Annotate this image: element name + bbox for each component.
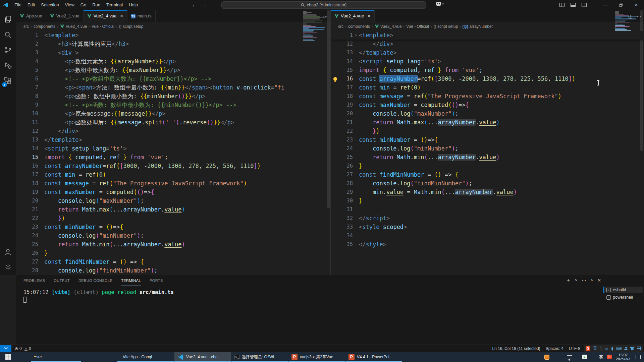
forward-icon[interactable]: → (202, 2, 207, 8)
code-line-18[interactable]: 18const message = ref("The Progressive J… (331, 92, 644, 101)
panel-tab-ports[interactable]: PORTS (150, 275, 163, 286)
tab-vue2_4.vue[interactable]: Vue2_4.vue✕ (84, 10, 127, 22)
code-line-1[interactable]: 1›<template> (331, 31, 644, 40)
code-line-28[interactable]: 28 console.log("findMinNumber"); (16, 266, 330, 275)
sogou-icon[interactable]: S (586, 346, 590, 351)
code-line-26[interactable]: 26} (16, 249, 330, 257)
crumb-vue2_4.vue[interactable]: Vue2_4.vue (60, 24, 87, 29)
crumb-script-setup[interactable]: {}script setup (434, 24, 458, 29)
driver-icon[interactable] (582, 355, 587, 359)
code-line-15[interactable]: 15import { computed, ref } from 'vue'; (331, 66, 644, 74)
code-line-19[interactable]: 19const maxNumber = computed(()=>{ (16, 188, 330, 196)
layout-sidebar-left-icon[interactable] (559, 2, 565, 8)
crumb-arraynumber[interactable]: [@]arrayNumber (463, 24, 493, 29)
code-line-14[interactable]: 14<script setup lang='ts'> (331, 57, 644, 66)
crumb-src[interactable]: src (338, 24, 343, 29)
code-line-22[interactable]: 22 }) (331, 127, 644, 135)
code-line-33[interactable]: 33<style scoped> (331, 223, 644, 231)
tray-sogou-icon[interactable]: S (607, 355, 612, 359)
code-line-23[interactable]: 23const minNumber = ()=>{ (16, 223, 330, 231)
code-line-16[interactable]: 16const arrayNumber=ref([3000, -2000, 13… (331, 74, 644, 83)
taskbar-button-ppt-5[interactable]: PV4.4.1 - PowerPoi... (345, 352, 402, 362)
code-line-16[interactable]: 16const arrayNumber=ref([3000, -2000, 13… (16, 162, 330, 170)
code-line-20[interactable]: 20 console.log("maxNumber"); (16, 196, 330, 205)
tab-vue2_1.vue[interactable]: Vue2_1.vue (46, 10, 84, 22)
crumb-components[interactable]: components (348, 24, 370, 29)
panel-chevron-up-icon[interactable]: ˄ (591, 278, 593, 283)
code-line-13[interactable]: 13</template> (331, 48, 644, 57)
code-line-11[interactable]: 11 <p>函数处理后: {{message.split(' ').revers… (16, 118, 330, 127)
code-editor-right[interactable]: 1›<template>12 </div>13</template>14<scr… (331, 31, 644, 275)
status-ln[interactable]: Ln 16, Col 18 (11 selected) (492, 346, 540, 351)
code-line-19[interactable]: 19const maxNumber = computed(()=>{ (331, 101, 644, 109)
run-debug-icon[interactable] (0, 58, 16, 73)
menu-run[interactable]: Run (90, 1, 103, 8)
code-line-23[interactable]: 23const minNumber = ()=>{ (331, 135, 644, 144)
minimize-button[interactable]: — (598, 0, 613, 10)
menu-go[interactable]: Go (78, 1, 89, 8)
code-line-28[interactable]: 28 console.log("findMinNumber"); (331, 179, 644, 188)
panel-chevron-down-icon[interactable]: ˅ (575, 278, 578, 283)
code-line-17[interactable]: 17const min = ref(0) (331, 83, 644, 92)
ime-account-icon[interactable] (624, 347, 628, 350)
panel-tab-output[interactable]: OUTPUT (54, 275, 70, 286)
terminal-output[interactable]: 15:07:12 [vite] (client) page reload src… (16, 286, 644, 296)
tab-main.ts[interactable]: TSmain.ts (127, 10, 156, 22)
status-spaces[interactable]: Spaces: 4 (546, 346, 564, 351)
crumb-vue2_4.vue[interactable]: Vue2_4.vue (375, 24, 402, 29)
clock[interactable]: 15:07 2025/3/3 (616, 353, 630, 361)
menu-selection[interactable]: Selection (38, 1, 61, 8)
close-tab-icon[interactable]: ✕ (367, 14, 371, 18)
crumb-vue---official[interactable]: Vue - Official (406, 24, 429, 29)
restore-button[interactable] (613, 0, 629, 10)
notification-center-icon[interactable] (636, 355, 641, 359)
tray-lang-indicator[interactable]: 英 (599, 354, 603, 360)
search-icon[interactable] (0, 27, 16, 42)
taskbar-button-ppt-4[interactable]: Pvuejs3.x-第2章Vue... (288, 352, 345, 362)
code-line-9[interactable]: 9 <!-- <p>函数: 数组中最小数为: {{minNumber()}}</… (16, 101, 330, 109)
taskbar-button-vscode-2[interactable]: Vue2_4.vue - cha... (174, 352, 231, 362)
code-line-27[interactable]: 27const findMinNumber = () => { (16, 257, 330, 266)
code-line-30[interactable]: 30} (331, 196, 644, 205)
mic-icon[interactable] (611, 347, 613, 350)
settings-icon[interactable] (0, 259, 16, 275)
code-line-5[interactable]: 5 <p>数组中最大数为: {{maxNumber}}</p> (16, 66, 330, 74)
extensions-icon[interactable]: 3 (0, 73, 16, 88)
panel-tab-terminal[interactable]: TERMINAL (121, 275, 141, 286)
account-icon[interactable] (0, 244, 16, 259)
minimap-left[interactable] (303, 10, 326, 41)
code-line-13[interactable]: 13</template> (16, 135, 330, 144)
menu-help[interactable]: Help (126, 1, 141, 8)
taskbar-button-cmd-3[interactable]: >_选择管理员: C:\Wi... (231, 352, 288, 362)
breadcrumb-right[interactable]: src›components›Vue2_4.vue›Vue - Official… (331, 22, 644, 31)
copilot-icon[interactable]: ˅ (436, 2, 444, 6)
command-center-search[interactable]: chap2 [Administrator] (221, 1, 426, 9)
terminal-item-powershell[interactable]: ›powershell (603, 294, 643, 301)
tab-app.vue[interactable]: App.vue (16, 10, 46, 22)
crumb-script-setup[interactable]: {}script setup (119, 24, 144, 29)
panel-tab-problems[interactable]: PROBLEMS (23, 275, 45, 286)
ime-skin-icon[interactable] (630, 347, 634, 350)
status-utf-8[interactable]: UTF-8 (569, 346, 580, 351)
code-line-6[interactable]: 6 <!-- <p>数组中最大数为: {{maxNumber}}</p> --> (16, 74, 330, 83)
emoji-icon[interactable]: ☺ (604, 346, 608, 351)
panel-plus-icon[interactable]: ＋ (566, 277, 571, 283)
code-line-12[interactable]: 12 </div> (16, 127, 330, 135)
code-line-24[interactable]: 24 console.log("minNumber"); (331, 144, 644, 153)
explorer-icon[interactable] (0, 11, 16, 27)
code-line-21[interactable]: 21 return Math.max(...arrayNumber.value) (16, 205, 330, 214)
code-line-2[interactable]: 2 <h3>计算属性的应用</h3> (16, 40, 330, 48)
start-button[interactable] (0, 352, 16, 362)
code-line-27[interactable]: 27const findMinNumber = () => { (331, 170, 644, 179)
tab-vue2_4.vue[interactable]: Vue2_4.vue✕ (331, 10, 375, 22)
code-line-15[interactable]: 15import { computed, ref } from 'vue'; (16, 153, 330, 162)
code-line-24[interactable]: 24 console.log("minNumber"); (16, 231, 330, 240)
remote-indicator[interactable]: >< (0, 345, 11, 352)
terminal-item-esbuild[interactable]: ›esbuild (603, 287, 643, 293)
crumb-src[interactable]: src (23, 24, 29, 29)
code-line-21[interactable]: 21 return Math.max(...arrayNumber.value) (331, 118, 644, 127)
code-line-12[interactable]: 12 </div> (331, 40, 644, 48)
code-line-8[interactable]: 8 <p>函数: 数组中最小数为: {{minNumber()}}</p> (16, 92, 330, 101)
code-line-10[interactable]: 10 <p>原来message:{{message}}</p> (16, 109, 330, 118)
code-line-14[interactable]: 14<script setup lang='ts'> (16, 144, 330, 153)
